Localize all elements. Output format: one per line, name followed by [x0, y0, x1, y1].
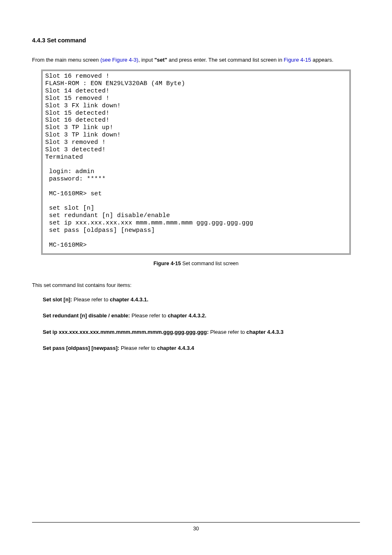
item-set-slot: Set slot [n]: Please refer to chapter 4.…	[43, 296, 360, 304]
item-text: Please refer to	[210, 329, 246, 335]
figure-4-15-link[interactable]: Figure 4-15	[284, 57, 311, 63]
item-label: Set pass [oldpass] [newpass]:	[43, 345, 121, 351]
item-chapter-ref: chapter 4.4.3.4	[157, 345, 194, 351]
item-label: Set ip xxx.xxx.xxx.xxx.mmm.mmm.mmm.mmm.g…	[43, 329, 210, 335]
intro-text-1: From the main menu screen	[32, 57, 100, 63]
set-term: "set"	[154, 57, 167, 63]
item-chapter-ref: chapter 4.4.3.2.	[168, 312, 206, 319]
figure-caption-text: Set command list screen	[181, 261, 238, 266]
item-chapter-ref: chapter 4.4.3.3	[247, 329, 284, 335]
item-label: Set slot [n]:	[43, 296, 74, 303]
item-set-pass: Set pass [oldpass] [newpass]: Please ref…	[43, 344, 360, 352]
intro-text-2: , input	[138, 57, 154, 63]
page-number: 30	[193, 526, 199, 532]
item-text: Please refer to	[121, 345, 157, 351]
terminal-screenshot: Slot 16 removed ! FLASH-ROM : EON EN29LV…	[41, 69, 351, 254]
figure-caption: Figure 4-15 Set command list screen	[32, 261, 360, 266]
figure-label: Figure 4-15	[153, 261, 181, 266]
item-chapter-ref: chapter 4.4.3.1.	[110, 296, 148, 303]
item-text: Please refer to	[74, 296, 110, 303]
see-figure-4-3-link[interactable]: (see Figure 4-3)	[100, 57, 138, 63]
intro-paragraph: From the main menu screen (see Figure 4-…	[32, 54, 360, 65]
items-intro: This set command list contains four item…	[32, 282, 360, 288]
item-text: Please refer to	[131, 312, 168, 319]
item-label: Set redundant [n] disable / enable:	[43, 312, 131, 319]
item-set-redundant: Set redundant [n] disable / enable: Plea…	[43, 312, 360, 320]
intro-text-4: appears.	[311, 57, 333, 63]
item-set-ip: Set ip xxx.xxx.xxx.xxx.mmm.mmm.mmm.mmm.g…	[43, 328, 360, 336]
intro-text-3: and press enter. The set command list sc…	[167, 57, 284, 63]
section-heading: 4.4.3 Set command	[32, 37, 360, 44]
